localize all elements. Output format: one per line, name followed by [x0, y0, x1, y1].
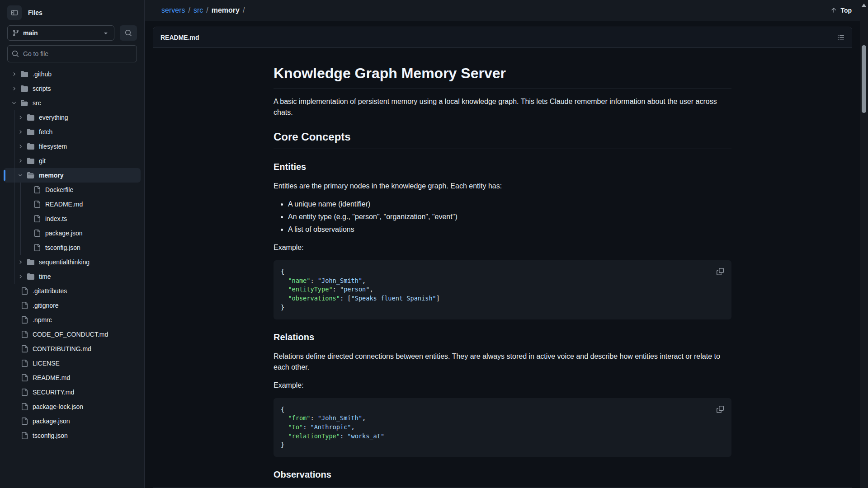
search-icon	[125, 29, 132, 37]
tree-item-LICENSE[interactable]: LICENSE	[4, 356, 141, 371]
code-snippet: { "from": "John_Smith", "to": "Anthropic…	[274, 398, 731, 457]
tree-item-filesystem[interactable]: filesystem	[4, 139, 141, 154]
tree-item-index.ts[interactable]: index.ts	[4, 211, 141, 226]
chevron-right-icon	[15, 259, 25, 265]
scroll-to-top-label: Top	[840, 7, 852, 14]
chevron-right-icon	[15, 158, 25, 164]
file-icon	[32, 201, 42, 208]
tree-item-.gitignore[interactable]: .gitignore	[4, 298, 141, 313]
tree-item-label: package-lock.json	[33, 403, 83, 410]
file-icon	[19, 360, 30, 367]
tree-item-label: .gitignore	[33, 302, 59, 309]
copy-button[interactable]	[713, 265, 727, 278]
file-icon	[19, 345, 30, 352]
search-button[interactable]	[120, 25, 137, 41]
file-icon	[19, 418, 30, 425]
tree-item-package-lock.json[interactable]: package-lock.json	[4, 399, 141, 414]
outline-button[interactable]	[834, 30, 848, 45]
scrollbar-up-arrow[interactable]	[862, 4, 866, 7]
tree-item-label: tsconfig.json	[45, 244, 80, 251]
tree-item-label: filesystem	[39, 143, 67, 150]
tree-item-scripts[interactable]: scripts	[4, 81, 141, 96]
tree-item-time[interactable]: time	[4, 269, 141, 284]
breadcrumb-link-servers[interactable]: servers	[161, 6, 185, 14]
git-branch-icon	[12, 29, 19, 37]
tree-item-Dockerfile[interactable]: Dockerfile	[4, 183, 141, 197]
list-unordered-icon	[837, 34, 844, 41]
tree-item-label: sequentialthinking	[39, 258, 90, 266]
code-block: { "name": "John_Smith", "entityType": "p…	[274, 260, 731, 319]
tree-item-label: LICENSE	[33, 360, 60, 367]
code-block: { "from": "John_Smith", "to": "Anthropic…	[274, 398, 731, 457]
file-tree-sidebar: Files main .githubscriptssrceverythingfe…	[0, 0, 145, 488]
tree-item-git[interactable]: git	[4, 154, 141, 168]
folder-open-icon	[19, 99, 30, 107]
chevron-down-icon	[9, 100, 19, 106]
file-icon	[32, 230, 42, 237]
tree-item-package.json[interactable]: package.json	[4, 226, 141, 240]
tree-item-README.md[interactable]: README.md	[4, 371, 141, 385]
tree-item-label: git	[39, 157, 46, 164]
file-icon	[32, 186, 42, 193]
tree-item-label: .gitattributes	[33, 287, 67, 295]
branch-row: main	[7, 25, 137, 41]
file-icon	[19, 403, 30, 410]
copy-icon	[717, 268, 724, 275]
topbar: servers / src / memory / Top	[145, 0, 860, 21]
tree-item-label: fetch	[39, 128, 52, 136]
branch-name: main	[23, 29, 38, 37]
tree-item-tsconfig.json[interactable]: tsconfig.json	[4, 428, 141, 443]
file-icon	[19, 316, 30, 324]
tree-item-label: README.md	[33, 374, 70, 381]
tree-item-.github[interactable]: .github	[4, 67, 141, 81]
file-icon	[19, 287, 30, 295]
tree-item-CONTRIBUTING.md[interactable]: CONTRIBUTING.md	[4, 342, 141, 356]
tree-item-README.md[interactable]: README.md	[4, 197, 141, 211]
tree-item-label: tsconfig.json	[33, 432, 68, 439]
chevron-right-icon	[15, 115, 25, 120]
breadcrumb-link-src[interactable]: src	[193, 6, 203, 14]
tree-item-package.json[interactable]: package.json	[4, 414, 141, 428]
tree-item-fetch[interactable]: fetch	[4, 125, 141, 139]
tree-item-sequentialthinking[interactable]: sequentialthinking	[4, 255, 141, 269]
tree-item-src[interactable]: src	[4, 96, 141, 110]
folder-icon	[25, 114, 36, 121]
branch-selector[interactable]: main	[7, 25, 114, 41]
main-content-area: README.md Knowledge Graph Memory ServerA…	[145, 22, 860, 488]
file-icon	[19, 389, 30, 396]
tree-item-label: package.json	[33, 418, 70, 425]
scrollbar-thumb[interactable]	[862, 45, 866, 113]
file-icon	[19, 432, 30, 439]
folder-icon	[25, 258, 36, 266]
tree-item-tsconfig.json[interactable]: tsconfig.json	[4, 240, 141, 255]
tree-item-SECURITY.md[interactable]: SECURITY.md	[4, 385, 141, 399]
tree-item-.gitattributes[interactable]: .gitattributes	[4, 284, 141, 298]
breadcrumb-separator: /	[188, 6, 190, 14]
tree-item-label: scripts	[33, 85, 51, 92]
md-h3: Entities	[274, 160, 731, 174]
folder-icon	[19, 85, 30, 92]
file-icon	[32, 244, 42, 251]
tree-item-.npmrc[interactable]: .npmrc	[4, 313, 141, 327]
code-snippet: { "name": "John_Smith", "entityType": "p…	[274, 260, 731, 319]
bullet-item: An entity type (e.g., "person", "organiz…	[288, 211, 731, 222]
arrow-up-icon	[830, 7, 837, 14]
tree-item-label: src	[33, 99, 41, 107]
tree-item-everything[interactable]: everything	[4, 110, 141, 125]
chevron-down-icon	[15, 173, 25, 178]
collapse-sidebar-button[interactable]	[7, 5, 22, 20]
file-icon	[32, 215, 42, 222]
scroll-to-top-button[interactable]: Top	[830, 7, 852, 14]
md-h1: Knowledge Graph Memory Server	[274, 62, 731, 89]
md-p: Relations define directed connections be…	[274, 351, 731, 373]
bullet-list: A unique name (identifier)An entity type…	[274, 199, 731, 235]
tree-item-CODE_OF_CONDUCT.md[interactable]: CODE_OF_CONDUCT.md	[4, 327, 141, 342]
tree-item-label: time	[39, 273, 51, 280]
copy-button[interactable]	[713, 403, 727, 416]
tree-item-label: CODE_OF_CONDUCT.md	[33, 331, 108, 338]
go-to-file-input[interactable]	[7, 45, 137, 62]
chevron-right-icon	[15, 129, 25, 135]
chevron-right-icon	[9, 71, 19, 77]
scrollbar[interactable]	[860, 0, 868, 488]
tree-item-memory[interactable]: memory	[4, 168, 141, 183]
